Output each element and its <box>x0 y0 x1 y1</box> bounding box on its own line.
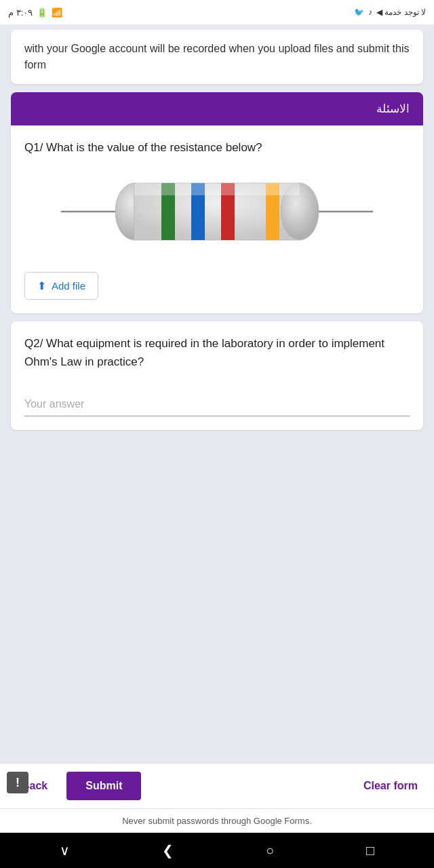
resistor-svg <box>61 167 373 256</box>
notice-card: with your Google account will be recorde… <box>11 30 423 84</box>
nav-down-button[interactable]: ∨ <box>54 837 75 864</box>
question-1-text: Q1/ What is the value of the resistance … <box>24 139 410 157</box>
question-2-card: Q2/ What equipment is required in the la… <box>11 321 423 430</box>
section-header: الاسئلة <box>11 92 423 125</box>
upload-icon: ⬆ <box>37 279 46 292</box>
clear-label: Clear form <box>363 780 418 791</box>
submit-button[interactable]: Submit <box>66 772 141 800</box>
question-2-text: Q2/ What equipment is required in the la… <box>24 335 410 371</box>
battery-icon: 🔋 <box>37 7 47 18</box>
nav-home-button[interactable]: ○ <box>260 837 279 864</box>
feedback-button[interactable]: ! <box>7 772 28 793</box>
notice-text: with your Google account will be recorde… <box>24 43 409 71</box>
nav-home-icon: ○ <box>266 843 274 858</box>
service-text: لا توجد خدمة ◀ <box>376 7 426 17</box>
section-header-label: الاسئلة <box>376 102 410 115</box>
questions-section: الاسئلة Q1/ What is the value of the res… <box>11 92 423 313</box>
music-icon: ♪ <box>368 7 372 17</box>
add-file-label: Add file <box>52 280 85 292</box>
nav-bar: ∨ ❮ ○ □ <box>0 833 434 868</box>
nav-back-icon: ❮ <box>162 843 174 858</box>
clear-form-button[interactable]: Clear form <box>358 773 423 799</box>
main-content: with your Google account will be recorde… <box>0 24 434 763</box>
nav-back-button[interactable]: ❮ <box>157 837 179 864</box>
status-bar: ٣:٠٩ م 🔋 📶 لا توجد خدمة ◀ ♪ 🐦 <box>0 0 434 24</box>
submit-label: Submit <box>85 780 122 791</box>
nav-recent-icon: □ <box>366 843 374 858</box>
question-1-card: Q1/ What is the value of the resistance … <box>11 125 423 313</box>
nav-down-icon: ∨ <box>60 843 70 858</box>
svg-rect-9 <box>134 183 300 195</box>
nav-recent-button[interactable]: □ <box>361 837 380 864</box>
status-bar-left: ٣:٠٩ م 🔋 📶 <box>8 7 62 18</box>
feedback-icon: ! <box>16 776 20 790</box>
never-submit-text: Never submit passwords through Google Fo… <box>122 816 312 826</box>
action-bar: Back Submit Clear form <box>0 763 434 808</box>
resistor-diagram <box>24 167 410 256</box>
wifi-icon: 📶 <box>52 7 62 18</box>
time-display: ٣:٠٩ م <box>8 7 33 18</box>
add-file-button[interactable]: ⬆ Add file <box>24 272 98 300</box>
status-bar-right: لا توجد خدمة ◀ ♪ 🐦 <box>354 7 426 17</box>
answer-input[interactable] <box>24 393 410 416</box>
twitter-icon: 🐦 <box>354 7 364 17</box>
never-submit-notice: Never submit passwords through Google Fo… <box>0 808 434 833</box>
